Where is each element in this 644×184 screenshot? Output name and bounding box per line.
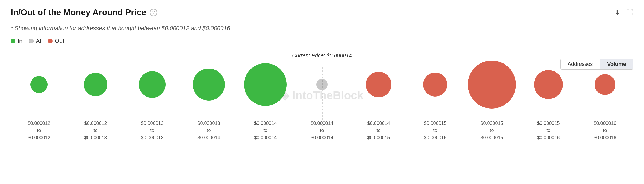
bubble-0 xyxy=(30,76,48,93)
label-col-10: $0.000016to$0.000016 xyxy=(577,120,633,141)
legend-dot-green xyxy=(11,39,15,43)
bubble-10 xyxy=(595,74,615,95)
legend-out: Out xyxy=(48,38,64,45)
download-icon[interactable]: ⬇ xyxy=(615,8,621,17)
legend-label-at: At xyxy=(36,38,41,45)
chart-area: Current Price: $0.000014 ◈ IntoTheBlock … xyxy=(11,53,633,138)
header-right: ⬇ ⛶ xyxy=(615,8,633,17)
legend-dot-red xyxy=(48,39,53,43)
bubble-col-6 xyxy=(350,53,407,117)
bubble-7 xyxy=(423,73,447,97)
label-col-4: $0.000014to$0.000014 xyxy=(237,120,294,141)
bubble-col-8 xyxy=(464,53,520,117)
label-col-3: $0.000013to$0.000014 xyxy=(180,120,237,141)
dotted-price-line xyxy=(322,67,322,126)
bubble-col-9 xyxy=(520,53,577,117)
bubble-8 xyxy=(468,61,516,109)
bubble-6 xyxy=(366,72,391,97)
bubble-3 xyxy=(193,69,225,101)
legend-in: In xyxy=(11,38,22,45)
page-title: In/Out of the Money Around Price xyxy=(11,7,146,17)
subtitle: * Showing information for addresses that… xyxy=(11,25,633,32)
label-col-6: $0.000014to$0.000015 xyxy=(350,120,407,141)
bubble-col-0 xyxy=(11,53,67,117)
bubble-4 xyxy=(244,63,287,106)
current-price-label: Current Price: $0.000014 xyxy=(292,53,352,59)
legend-label-out: Out xyxy=(55,38,64,45)
label-col-2: $0.000013to$0.000013 xyxy=(124,120,180,141)
legend: In At Out xyxy=(11,38,633,45)
bubble-2 xyxy=(139,71,166,98)
bubble-col-3 xyxy=(180,53,237,117)
legend-at: At xyxy=(29,38,41,45)
legend-dot-gray xyxy=(29,39,34,43)
label-col-7: $0.000015to$0.000015 xyxy=(407,120,464,141)
page-container: In/Out of the Money Around Price ? ⬇ ⛶ *… xyxy=(0,0,644,184)
bubble-col-7 xyxy=(407,53,464,117)
label-col-9: $0.000015to$0.000016 xyxy=(520,120,577,141)
label-col-1: $0.000012to$0.000013 xyxy=(67,120,124,141)
header-left: In/Out of the Money Around Price ? xyxy=(11,7,157,17)
bubble-col-2 xyxy=(124,53,180,117)
bubble-col-1 xyxy=(67,53,124,117)
bubble-col-10 xyxy=(577,53,633,117)
bubble-col-4 xyxy=(237,53,294,117)
help-icon[interactable]: ? xyxy=(150,9,157,16)
header: In/Out of the Money Around Price ? ⬇ ⛶ xyxy=(11,7,633,17)
legend-label-in: In xyxy=(18,38,22,45)
label-col-0: $0.000012to$0.000012 xyxy=(11,120,67,141)
label-col-8: $0.000015to$0.000015 xyxy=(464,120,520,141)
bubble-1 xyxy=(84,73,107,96)
fullscreen-icon[interactable]: ⛶ xyxy=(626,8,633,17)
bubble-9 xyxy=(534,70,563,99)
current-price-marker: Current Price: $0.000014 xyxy=(292,53,352,117)
